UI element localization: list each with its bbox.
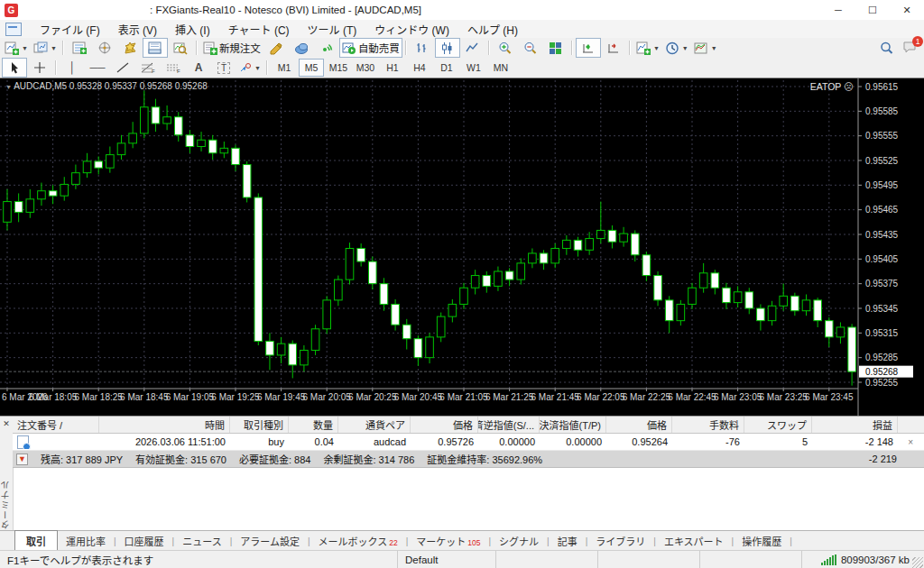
periods-button[interactable]: ▼ xyxy=(662,38,691,58)
time-tick: 6 Mar 20:05 xyxy=(303,392,352,402)
vertical-line-tool-button[interactable]: │ xyxy=(60,58,85,78)
menu-item[interactable]: ヘルプ (H) xyxy=(458,20,527,39)
timeframe-button-m1[interactable]: M1 xyxy=(272,59,297,77)
market-watch-button[interactable] xyxy=(67,38,92,58)
autotrading-button[interactable]: 自動売買 xyxy=(339,38,402,58)
candlestick-chart[interactable]: 0.956150.955850.955550.955250.954950.954… xyxy=(0,78,924,417)
tab-3[interactable]: ニュース xyxy=(174,531,229,551)
tab-active-trade[interactable]: 取引 xyxy=(14,530,58,552)
candlestick-chart-button[interactable] xyxy=(435,38,460,58)
order-row[interactable]: 2026.03.06 11:51:00buy0.04audcad0.957260… xyxy=(13,434,924,451)
menu-item[interactable]: ツール (T) xyxy=(299,20,366,39)
status-profile[interactable]: Default xyxy=(398,551,496,568)
column-header[interactable]: 決済逆指値(S/... xyxy=(478,417,540,433)
chart-document-icon[interactable] xyxy=(5,23,22,36)
time-tick: 6 Mar 19:05 xyxy=(166,392,215,402)
navigator-button[interactable] xyxy=(117,38,143,58)
menu-item[interactable]: ファイル (F) xyxy=(31,20,109,39)
column-header[interactable]: 取引種別 xyxy=(230,417,289,433)
tab-6[interactable]: マーケット105 xyxy=(408,531,488,551)
chart-shift-button[interactable] xyxy=(576,38,601,58)
tab-4[interactable]: アラーム設定 xyxy=(232,531,308,551)
column-header[interactable]: スワップ xyxy=(744,417,812,433)
timeframe-button-m15[interactable]: M15 xyxy=(326,59,351,77)
timeframe-button-h4[interactable]: H4 xyxy=(407,59,432,77)
line-chart-button[interactable] xyxy=(460,38,485,58)
resize-grip[interactable] xyxy=(912,557,923,568)
strategy-tester-button[interactable] xyxy=(168,38,193,58)
profiles-button[interactable]: ▼ xyxy=(31,38,60,58)
tab-11[interactable]: 操作履歴 xyxy=(734,531,790,551)
candle-body xyxy=(768,306,776,320)
candle-body xyxy=(688,288,697,304)
tab-2[interactable]: 口座履歴 xyxy=(116,531,172,551)
price-tick: 0.95435 xyxy=(865,230,899,240)
data-window-button[interactable] xyxy=(92,38,117,58)
collapse-triangle-icon[interactable]: ▼ xyxy=(5,84,12,90)
timeframe-button-mn[interactable]: MN xyxy=(488,59,513,77)
arrows-tool-button[interactable]: ▼ xyxy=(236,58,263,78)
auto-scroll-button[interactable] xyxy=(601,38,626,58)
candle-body xyxy=(642,255,651,276)
cursor-tool-button[interactable] xyxy=(2,58,27,78)
new-chart-button[interactable]: ▼ xyxy=(2,38,31,58)
tile-windows-button[interactable] xyxy=(543,38,568,58)
column-header[interactable]: 決済指値(T/P) xyxy=(540,417,606,433)
menu-item[interactable]: 表示 (V) xyxy=(109,20,166,39)
text-label-tool-button[interactable]: T xyxy=(211,58,236,78)
column-header[interactable]: 損益 xyxy=(812,417,898,433)
column-header[interactable]: 手数料 xyxy=(672,417,744,433)
menu-bar: ファイル (F)表示 (V)挿入 (I)チャート (C)ツール (T)ウィンドウ… xyxy=(0,20,924,39)
tab-10[interactable]: エキスパート xyxy=(656,531,732,551)
channel-tool-button[interactable]: F xyxy=(161,58,186,78)
new-order-button[interactable]: 新規注文 xyxy=(200,38,263,58)
tab-8[interactable]: 記事 xyxy=(550,531,586,551)
maximize-button[interactable]: ☐ xyxy=(855,0,890,20)
chart-window[interactable]: ▼ AUDCAD,M5 0.95328 0.95337 0.95268 0.95… xyxy=(0,78,924,417)
menu-item[interactable]: ウィンドウ (W) xyxy=(365,20,458,39)
floating-profit-total: -2 219 xyxy=(869,453,897,464)
candle-body xyxy=(4,202,12,223)
zoom-in-button[interactable] xyxy=(493,38,518,58)
terminal-vertical-label: ターミナル xyxy=(0,480,12,529)
menu-item[interactable]: チャート (C) xyxy=(219,20,299,39)
timeframe-button-d1[interactable]: D1 xyxy=(434,59,459,77)
menu-item[interactable]: 挿入 (I) xyxy=(166,20,219,39)
terminal-button[interactable] xyxy=(143,38,168,58)
close-button[interactable]: ✕ xyxy=(890,0,924,20)
metaeditor-button[interactable] xyxy=(289,38,314,58)
trendline-tool-button[interactable] xyxy=(110,58,135,78)
zoom-out-button[interactable] xyxy=(518,38,543,58)
time-tick: 6 Mar 19:45 xyxy=(257,392,306,402)
toolbar-separator xyxy=(266,60,268,75)
terminal-close-icon[interactable]: ✕ xyxy=(1,418,12,429)
tab-7[interactable]: シグナル xyxy=(491,531,547,551)
tab-9[interactable]: ライブラリ xyxy=(587,531,653,551)
candle-body xyxy=(83,161,91,173)
timeframe-button-m30[interactable]: M30 xyxy=(353,59,378,77)
signals-button[interactable] xyxy=(314,38,339,58)
timeframe-button-w1[interactable]: W1 xyxy=(461,59,486,77)
horizontal-line-tool-button[interactable]: ── xyxy=(85,58,110,78)
fibonacci-tool-button[interactable]: F xyxy=(135,58,161,78)
bar-chart-button[interactable] xyxy=(410,38,435,58)
timeframe-button-h1[interactable]: H1 xyxy=(380,59,405,77)
column-header[interactable]: 通貨ペア xyxy=(338,417,411,433)
minimize-button[interactable]: ─ xyxy=(821,0,855,20)
timeframe-button-m5[interactable]: M5 xyxy=(299,59,324,77)
column-header[interactable]: 価格 xyxy=(411,417,478,433)
notifications-button[interactable]: 1 xyxy=(902,41,917,56)
column-header[interactable]: 数量 xyxy=(289,417,338,433)
templates-button[interactable]: ▼ xyxy=(691,38,720,58)
column-header[interactable]: 注文番号 / xyxy=(13,417,99,433)
text-tool-button[interactable]: A xyxy=(186,58,211,78)
tab-5[interactable]: メールボックス22 xyxy=(310,531,406,551)
metaquotes-brush-button[interactable] xyxy=(263,38,289,58)
close-position-icon[interactable]: × xyxy=(898,437,924,447)
tab-1[interactable]: 運用比率 xyxy=(58,531,114,551)
crosshair-tool-button[interactable] xyxy=(27,58,52,78)
column-header[interactable]: 時間 xyxy=(99,417,230,433)
column-header[interactable]: 価格 xyxy=(606,417,672,433)
search-icon[interactable] xyxy=(880,41,893,55)
indicators-button[interactable]: ▼ xyxy=(633,38,662,58)
